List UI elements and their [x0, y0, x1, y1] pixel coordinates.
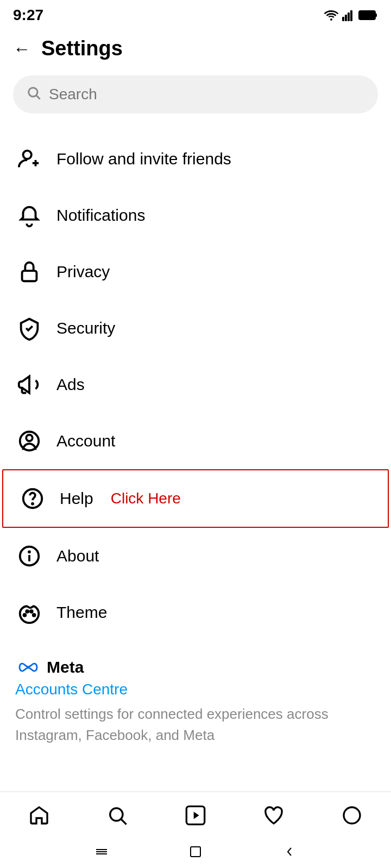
menu-item-ads[interactable]: Ads	[0, 356, 391, 413]
wifi-icon	[324, 9, 339, 21]
svg-rect-0	[342, 17, 344, 21]
svg-rect-3	[350, 10, 352, 21]
svg-line-9	[36, 95, 40, 99]
menu-label-ads: Ads	[56, 375, 85, 394]
nav-item-search[interactable]	[96, 801, 139, 829]
svg-rect-35	[191, 847, 200, 857]
person-add-icon	[15, 145, 43, 173]
svg-point-8	[29, 88, 37, 97]
menu-list: Follow and invite friends Notifications …	[0, 126, 391, 645]
click-here-label: Click Here	[111, 490, 181, 507]
meta-logo-row: Meta	[15, 658, 376, 676]
android-menu-icon	[94, 846, 109, 857]
nav-item-reels[interactable]	[174, 801, 217, 829]
search-bar[interactable]	[13, 75, 378, 113]
search-container	[0, 71, 391, 126]
back-button[interactable]: ←	[13, 40, 30, 58]
search-nav-icon	[106, 805, 128, 826]
menu-label-follow: Follow and invite friends	[56, 150, 231, 168]
menu-label-privacy: Privacy	[56, 263, 110, 281]
header: ← Settings	[0, 28, 391, 71]
palette-icon	[15, 598, 43, 627]
svg-point-10	[23, 151, 31, 159]
status-bar: 9:27 28	[0, 0, 391, 28]
menu-label-about: About	[56, 547, 99, 565]
reels-icon	[185, 805, 206, 826]
android-nav	[0, 835, 391, 868]
meta-brand-name: Meta	[47, 658, 84, 676]
shield-check-icon	[15, 314, 43, 342]
menu-item-account[interactable]: Account	[0, 413, 391, 469]
meta-description: Control settings for connected experienc…	[15, 706, 329, 743]
help-circle-icon	[18, 484, 47, 513]
svg-point-25	[30, 610, 33, 612]
page-title: Settings	[41, 37, 123, 60]
svg-rect-13	[22, 271, 37, 281]
menu-item-notifications[interactable]: Notifications	[0, 187, 391, 244]
meta-logo-icon	[15, 660, 41, 675]
battery-icon: 28	[358, 10, 378, 21]
menu-label-notifications: Notifications	[56, 206, 145, 225]
svg-point-24	[26, 610, 28, 612]
menu-item-theme[interactable]: Theme	[0, 584, 391, 641]
menu-label-help: Help	[60, 489, 93, 508]
svg-rect-2	[348, 12, 350, 21]
menu-item-about[interactable]: About	[0, 528, 391, 584]
menu-label-theme: Theme	[56, 603, 107, 622]
lock-icon	[15, 258, 43, 286]
svg-rect-1	[345, 15, 347, 21]
meta-section: Meta Accounts Centre Control settings fo…	[0, 645, 391, 755]
accounts-centre-link[interactable]: Accounts Centre	[15, 681, 376, 698]
svg-point-26	[33, 614, 35, 616]
nav-item-likes[interactable]	[252, 801, 295, 829]
search-icon	[26, 85, 41, 104]
bottom-nav	[0, 792, 391, 868]
status-time: 9:27	[13, 7, 43, 24]
profile-circle-icon	[341, 805, 363, 826]
nav-item-home[interactable]	[17, 801, 61, 829]
svg-point-19	[32, 503, 33, 505]
nav-item-profile[interactable]	[330, 801, 374, 829]
search-input[interactable]	[49, 86, 365, 103]
svg-point-17	[26, 435, 33, 442]
svg-point-31	[344, 807, 360, 824]
menu-item-security[interactable]: Security	[0, 300, 391, 356]
svg-line-28	[122, 820, 127, 825]
android-home-btn[interactable]	[186, 842, 205, 861]
person-circle-icon	[15, 427, 43, 455]
home-icon	[28, 805, 50, 826]
svg-point-23	[23, 614, 26, 616]
svg-point-27	[110, 808, 123, 821]
status-icons: 28	[324, 9, 378, 21]
svg-rect-5	[375, 14, 377, 17]
android-back-icon	[282, 845, 297, 859]
heart-icon	[263, 805, 285, 826]
android-home-icon	[188, 845, 203, 859]
menu-label-account: Account	[56, 432, 115, 450]
info-circle-icon	[15, 542, 43, 570]
menu-item-privacy[interactable]: Privacy	[0, 244, 391, 300]
android-back-btn[interactable]	[280, 842, 299, 861]
menu-item-help[interactable]: Help Click Here	[2, 469, 389, 528]
signal-icon	[342, 9, 355, 21]
android-menu-btn[interactable]	[92, 842, 111, 861]
nav-items	[0, 792, 391, 835]
menu-label-security: Security	[56, 319, 115, 337]
svg-marker-30	[194, 812, 199, 819]
megaphone-icon	[15, 371, 43, 399]
bell-icon	[15, 201, 43, 229]
menu-item-follow[interactable]: Follow and invite friends	[0, 131, 391, 187]
svg-text:28: 28	[361, 14, 367, 20]
